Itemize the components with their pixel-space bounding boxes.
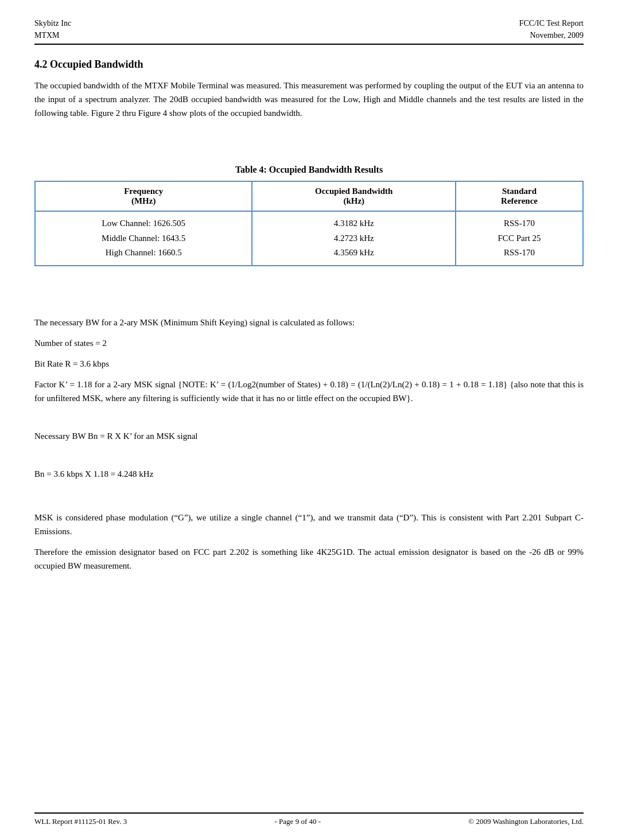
section-title-text: Occupied Bandwidth: [50, 59, 143, 70]
paragraph-4: Bit Rate R = 3.6 kbps: [34, 357, 584, 371]
company-name: Skybitz Inc: [34, 17, 71, 29]
page: Skybitz Inc MTXM FCC/IC Test Report Nove…: [0, 0, 618, 840]
col-header-bandwidth: Occupied Bandwidth(kHz): [252, 181, 456, 211]
paragraph-2: The necessary BW for a 2-ary MSK (Minimu…: [34, 316, 584, 329]
spacer-6: [34, 488, 584, 511]
cell-bw-combined: 4.3182 kHz 4.2723 kHz 4.3569 kHz: [252, 211, 456, 266]
product-name: MTXM: [34, 29, 71, 41]
paragraph-9: Therefore the emission designator based …: [34, 545, 584, 573]
page-footer: WLL Report #11125-01 Rev. 3 - Page 9 of …: [34, 812, 584, 826]
spacer-4: [34, 412, 584, 429]
spacer-2: [34, 275, 584, 298]
section-heading: 4.2 Occupied Bandwidth: [34, 59, 584, 71]
paragraph-5: Factor K’ = 1.18 for a 2-ary MSK signal …: [34, 378, 584, 405]
table-row: Low Channel: 1626.505 Middle Channel: 16…: [35, 211, 583, 266]
paragraph-1: The occupied bandwidth of the MTXF Mobil…: [34, 79, 584, 120]
paragraph-3: Number of states = 2: [34, 336, 584, 350]
cell-ref-combined: RSS-170 FCC Part 25 RSS-170: [456, 211, 583, 266]
spacer-3: [34, 298, 584, 316]
table-header-row: Frequency(MHz) Occupied Bandwidth(kHz) S…: [35, 181, 583, 211]
paragraph-6: Necessary BW Bn = R X K’ for an MSK sign…: [34, 429, 584, 443]
table-title: Table 4: Occupied Bandwidth Results: [34, 165, 584, 175]
paragraph-7: Bn = 3.6 kbps X 1.18 = 4.248 kHz: [34, 467, 584, 481]
bandwidth-results-table: Frequency(MHz) Occupied Bandwidth(kHz) S…: [34, 181, 584, 266]
footer-right: © 2009 Washington Laboratories, Ltd.: [468, 817, 584, 826]
footer-left: WLL Report #11125-01 Rev. 3: [34, 817, 127, 826]
col-header-frequency: Frequency(MHz): [35, 181, 252, 211]
spacer-1: [34, 127, 584, 144]
report-title: FCC/IC Test Report: [519, 17, 584, 29]
footer-center: - Page 9 of 40 -: [275, 817, 321, 826]
col-header-reference: StandardReference: [456, 181, 583, 211]
header-right: FCC/IC Test Report November, 2009: [519, 17, 584, 41]
report-date: November, 2009: [519, 29, 584, 41]
cell-freq-combined: Low Channel: 1626.505 Middle Channel: 16…: [35, 211, 252, 266]
paragraph-8: MSK is considered phase modulation (“G”)…: [34, 511, 584, 538]
spacer-5: [34, 450, 584, 467]
header-left: Skybitz Inc MTXM: [34, 17, 71, 41]
section-number: 4.2: [34, 59, 48, 70]
page-header: Skybitz Inc MTXM FCC/IC Test Report Nove…: [34, 17, 584, 45]
